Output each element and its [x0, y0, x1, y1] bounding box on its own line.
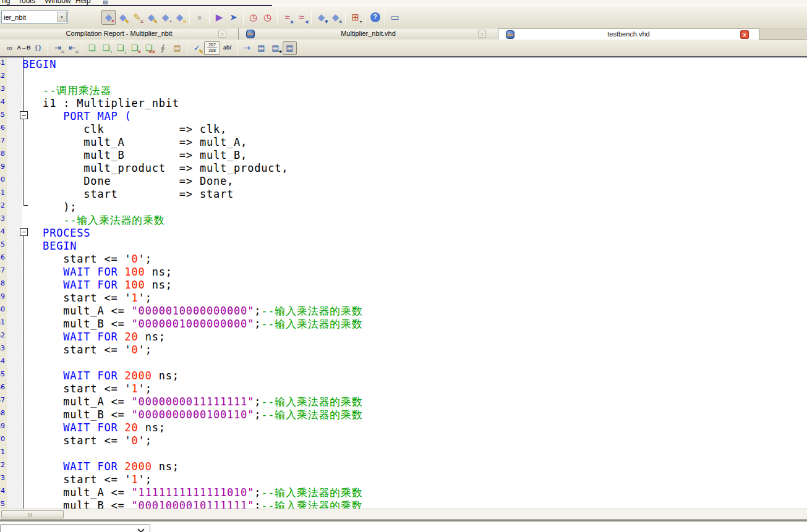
replace-icon[interactable]: A→B	[17, 41, 31, 55]
waveform-export-icon[interactable]: ≈▸	[280, 10, 294, 25]
code-line: WAIT FOR 100 ns;	[22, 266, 173, 279]
line-count-indicator[interactable]: 267268	[204, 41, 220, 55]
decrease-indent-icon[interactable]: ⇤≡	[65, 41, 79, 55]
total-line-count: 268	[208, 48, 216, 53]
matching-bracket-icon[interactable]: { }	[31, 41, 45, 55]
code-text-area[interactable]: BEGIN --调用乘法器 i1 : Multiplier_nbit PORT …	[22, 58, 807, 509]
increase-indent-icon[interactable]: ⇥≡	[51, 41, 65, 55]
timequest-analyzer-icon[interactable]: ◷	[260, 10, 275, 25]
waveform-import-icon-overlay: ◂	[305, 19, 308, 25]
split-view-icon[interactable]: ▤	[283, 41, 297, 55]
menu-item-help[interactable]: Help	[75, 0, 91, 5]
toolbar-separator	[189, 10, 190, 25]
clear-bookmark-icon[interactable]: ❏×	[127, 41, 142, 55]
line-number: 56	[0, 253, 5, 266]
toolbar-separator	[365, 10, 365, 25]
feedback-icon[interactable]: ▭	[388, 10, 402, 25]
run-icon[interactable]: ▶	[212, 10, 226, 25]
code-fold-margin	[7, 57, 22, 509]
horizontal-scrollbar[interactable]	[0, 509, 807, 519]
previous-bookmark-icon[interactable]: ❏↑	[99, 41, 113, 55]
run-icon-glyph: ▶	[216, 12, 223, 22]
code-editor[interactable]: 4142434445464748495051525354555657585960…	[0, 56, 807, 509]
code-line: WAIT FOR 2000 ns;	[22, 369, 179, 382]
tab-compilation-report-multiplier-nbit[interactable]: Compilation Report - Multiplier_nbitx	[0, 28, 239, 40]
tab-close-icon[interactable]: x	[478, 30, 486, 38]
clear-all-bookmarks-icon[interactable]: ❏××	[142, 41, 156, 55]
line-number: 61	[0, 318, 5, 331]
document-tab-bar: Compilation Report - Multiplier_nbitxabc…	[0, 28, 807, 40]
code-line: start <= '0';	[22, 344, 152, 357]
project-combo-value: ier_nbit	[2, 14, 57, 21]
stop-icon-glyph: ●	[197, 12, 202, 22]
increase-indent-icon-overlay: ≡	[61, 49, 64, 55]
tab-multiplier-nbit-vhd[interactable]: abcMultiplier_nbit.vhdx	[239, 28, 498, 40]
code-line: --输入乘法器的乘数	[22, 214, 165, 227]
toggle-bookmark-icon-glyph: ❏	[88, 44, 96, 52]
classic-timing-analyzer-icon[interactable]: ◷	[246, 10, 260, 25]
resume-icon[interactable]: ➤	[226, 10, 241, 25]
analysis-synthesis-icon[interactable]: ◆✎	[116, 10, 130, 25]
decrease-indent-icon-glyph: ⇤	[69, 44, 75, 52]
combo-dropdown-icon[interactable]: ▼	[57, 12, 67, 22]
insert-template-icon[interactable]: ▤	[170, 41, 184, 55]
project-combo[interactable]: ier_nbit ▼	[1, 11, 68, 23]
hierarchy-view-icon-overlay: +	[279, 49, 282, 55]
code-line: start <= '1';	[22, 473, 152, 486]
chevron-down-icon[interactable]	[137, 526, 144, 532]
line-number: 60	[0, 305, 5, 318]
outline-view-icon[interactable]: ▤	[254, 41, 268, 55]
tab-close-icon[interactable]: x	[740, 30, 749, 39]
start-compilation-icon[interactable]: ◆×	[101, 10, 116, 25]
menu-item-tools[interactable]: Tools	[18, 0, 35, 5]
menu-item-ng[interactable]: ng	[2, 0, 10, 5]
line-number: 63	[0, 344, 5, 357]
assembler-icon-overlay: ✎	[153, 19, 158, 25]
tab-testbench-vhd[interactable]: abctestbench.vhdx	[498, 28, 759, 40]
toolbar-separator	[209, 10, 210, 25]
attachment-icon[interactable]: ∮	[156, 41, 170, 55]
goto-line-icon[interactable]: ⇢	[240, 41, 254, 55]
line-number: 58	[0, 279, 5, 292]
code-line: mult_product => mult_product,	[22, 162, 288, 175]
programmer-icon[interactable]: ⊞▪	[348, 10, 362, 25]
waveform-import-icon[interactable]: ≈◂	[294, 10, 309, 25]
find-icon[interactable]: ∞	[2, 41, 17, 55]
stop-icon[interactable]: ●	[192, 10, 207, 25]
tab-label: Multiplier_nbit.vhd	[239, 30, 498, 37]
waveform-export-icon-overlay: ▸	[291, 19, 294, 25]
code-line: WAIT FOR 2000 ns;	[22, 460, 179, 473]
tab-close-icon[interactable]: x	[218, 30, 226, 38]
line-number: 53	[0, 214, 5, 227]
next-bookmark-icon-overlay: ↓	[124, 49, 127, 55]
split-view-icon-glyph: ▤	[286, 44, 293, 52]
line-number: 67	[0, 396, 5, 409]
fitter-icon[interactable]: ✎≡	[130, 10, 144, 25]
toggle-bookmark-icon[interactable]: ❏	[85, 41, 99, 55]
line-number: 47	[0, 137, 5, 150]
line-number: 68	[0, 409, 5, 422]
syntax-check-icon[interactable]: ✓✎	[190, 41, 204, 55]
clear-bookmark-icon-overlay: ×	[138, 49, 141, 55]
next-bookmark-icon[interactable]: ❏↓	[113, 41, 127, 55]
line-number: 59	[0, 292, 5, 305]
line-number: 75	[0, 500, 5, 509]
syntax-check-icon-overlay: ✎	[199, 49, 203, 55]
bottom-combo[interactable]	[0, 524, 150, 532]
signaltap-icon[interactable]: ◆≈	[328, 10, 343, 25]
help-icon[interactable]: ?	[368, 10, 382, 25]
timing-analyzer-icon[interactable]: ◆◔	[158, 10, 173, 25]
line-number: 41	[0, 59, 5, 72]
scrollbar-thumb[interactable]	[1, 510, 64, 518]
main-toolbar: ier_nbit ▼ ◆×◆✎✎≡◆✎◆◔◆×●▶➤◷◷≈▸≈◂◆▾◆≈⊞▪?▭	[0, 6, 807, 28]
line-number: 69	[0, 422, 5, 435]
code-line: WAIT FOR 20 ns;	[22, 421, 166, 434]
menu-item-window[interactable]: Window	[45, 0, 71, 5]
assembler-icon[interactable]: ◆✎	[144, 10, 158, 25]
line-number: 74	[0, 487, 5, 500]
comment-icon[interactable]: ab/	[220, 41, 234, 55]
previous-bookmark-icon-overlay: ↑	[110, 49, 113, 55]
hierarchy-view-icon[interactable]: ▤+	[268, 41, 283, 55]
eda-netlist-writer-icon[interactable]: ◆×	[173, 10, 187, 25]
simulate-icon[interactable]: ◆▾	[314, 10, 328, 25]
